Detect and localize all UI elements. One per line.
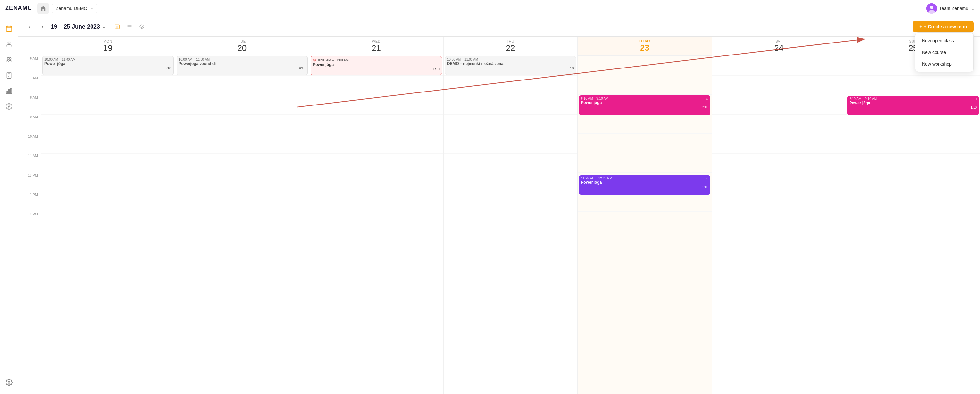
day-header-saturday: SAT 24 <box>712 37 846 56</box>
slot[interactable] <box>175 192 309 212</box>
slot[interactable] <box>712 56 846 76</box>
day-header-today: TODAY 23 <box>578 37 712 56</box>
slot[interactable] <box>712 212 846 231</box>
slot[interactable] <box>444 212 578 231</box>
day-monday: MON 19 10:00 AM – 11:00 AM Power jóga <box>41 37 175 394</box>
slot[interactable] <box>578 134 712 153</box>
calendar-header: ‹ › 19 – 25 June 2023 ⌄ <box>18 17 980 37</box>
slot[interactable] <box>41 134 175 154</box>
sidebar-item-chart[interactable] <box>3 84 16 97</box>
slot[interactable] <box>578 153 712 173</box>
svg-point-7 <box>8 42 10 44</box>
slot[interactable] <box>444 173 578 192</box>
slot[interactable] <box>846 76 980 95</box>
slot[interactable] <box>846 212 980 231</box>
sidebar-item-calendar[interactable] <box>3 22 16 35</box>
day-saturday: SAT 24 <box>712 37 846 394</box>
slot[interactable]: 10:00 AM – 11:00 AM DEMO – nejmenší možn… <box>444 154 578 173</box>
slot[interactable] <box>41 114 175 134</box>
new-workshop-item[interactable]: New workshop <box>915 58 973 70</box>
slot[interactable] <box>175 212 309 231</box>
event-power-joga-sun-morning[interactable]: 8:10 AM – 9:10 AM □ Power jóga 1/10 <box>847 96 979 115</box>
slot[interactable] <box>175 114 309 134</box>
workspace-more[interactable]: ··· <box>89 6 93 11</box>
new-open-class-item[interactable]: New open class <box>915 35 973 46</box>
slot[interactable] <box>309 212 443 231</box>
slot[interactable]: 10:00 AM – 11:00 AM Powerjoga vpond eli … <box>175 154 309 173</box>
sidebar <box>0 17 18 394</box>
slot[interactable] <box>444 114 578 134</box>
navbar: ZENAMU Zenamu DEMO ··· Team Zenamu ⌄ <box>0 0 980 17</box>
slot[interactable] <box>444 192 578 212</box>
wednesday-slots: ⊗ 10:00 AM – 11:00 AM Power jóga 0/10 <box>309 56 443 231</box>
slot[interactable] <box>712 134 846 154</box>
svg-point-8 <box>7 58 9 60</box>
slot[interactable] <box>712 173 846 192</box>
sidebar-item-dollar[interactable] <box>3 100 16 113</box>
event-power-joga-today-noon[interactable]: 11:25 AM – 12:25 PM □ Power jóga 1/10 <box>579 175 710 195</box>
slot[interactable] <box>41 212 175 231</box>
slot[interactable] <box>41 76 175 95</box>
slot[interactable]: ⊗ 10:00 AM – 11:00 AM Power jóga 0/10 <box>309 154 443 173</box>
workspace-selector[interactable]: Zenamu DEMO ··· <box>52 3 97 13</box>
slot[interactable] <box>309 192 443 212</box>
slot[interactable] <box>712 114 846 134</box>
slot[interactable] <box>712 95 846 114</box>
slot[interactable] <box>175 76 309 95</box>
event-demo-thu[interactable]: 10:00 AM – 11:00 AM DEMO – nejmenší možn… <box>445 56 576 75</box>
sidebar-item-person[interactable] <box>3 38 16 51</box>
slot[interactable] <box>578 192 712 211</box>
slot[interactable] <box>41 173 175 192</box>
user-menu[interactable]: Team Zenamu ⌄ <box>926 3 975 14</box>
slot[interactable] <box>846 134 980 154</box>
slot[interactable] <box>41 192 175 212</box>
chevron-down-icon: ⌄ <box>971 6 975 11</box>
eye-view-button[interactable] <box>137 22 147 32</box>
slot[interactable] <box>578 75 712 95</box>
calendar-view-button[interactable] <box>112 22 122 32</box>
svg-point-18 <box>8 381 10 383</box>
slot[interactable] <box>309 95 443 114</box>
slot[interactable] <box>309 114 443 134</box>
slot[interactable] <box>846 173 980 192</box>
day-header-monday: MON 19 <box>41 37 175 56</box>
slot[interactable] <box>578 56 712 75</box>
today-slots: 8:10 AM – 9:10 AM □ Power jóga 2/10 11:2… <box>578 56 712 231</box>
slot[interactable] <box>578 114 712 134</box>
slot[interactable] <box>444 76 578 95</box>
event-powerjoga-tue[interactable]: 10:00 AM – 11:00 AM Powerjoga vpond eli … <box>177 56 308 75</box>
slot[interactable] <box>175 134 309 154</box>
new-course-item[interactable]: New course <box>915 46 973 58</box>
event-power-joga-mon[interactable]: 10:00 AM – 11:00 AM Power jóga 0/10 <box>42 56 173 75</box>
slot[interactable] <box>578 211 712 231</box>
prev-button[interactable]: ‹ <box>25 22 34 31</box>
sidebar-item-settings[interactable] <box>3 376 16 389</box>
slot[interactable] <box>444 134 578 154</box>
sidebar-item-clipboard[interactable] <box>3 69 16 82</box>
event-power-joga-wed[interactable]: ⊗ 10:00 AM – 11:00 AM Power jóga 0/10 <box>310 56 442 75</box>
slot[interactable] <box>712 76 846 95</box>
slot[interactable] <box>309 173 443 192</box>
slot[interactable] <box>444 95 578 114</box>
slot[interactable] <box>846 154 980 173</box>
slot[interactable]: 10:00 AM – 11:00 AM Power jóga 0/10 <box>41 154 175 173</box>
date-range-selector[interactable]: 19 – 25 June 2023 ⌄ <box>51 23 106 30</box>
slot[interactable] <box>846 192 980 212</box>
thursday-slots: Test workshopu 10:00 AM – 11:00 AM DEMO … <box>444 56 578 231</box>
slot[interactable] <box>41 95 175 114</box>
day-header-wednesday: WED 21 <box>309 37 443 56</box>
slot[interactable] <box>712 192 846 212</box>
event-power-joga-today-morning[interactable]: 8:10 AM – 9:10 AM □ Power jóga 2/10 <box>579 95 710 115</box>
next-button[interactable]: › <box>38 22 47 31</box>
slot[interactable] <box>846 114 980 134</box>
slot[interactable] <box>175 173 309 192</box>
home-button[interactable] <box>37 3 49 14</box>
slot[interactable] <box>309 134 443 154</box>
list-view-button[interactable] <box>125 22 134 32</box>
svg-point-1 <box>930 6 933 9</box>
slot[interactable] <box>309 76 443 95</box>
sidebar-item-people[interactable] <box>3 53 16 66</box>
slot[interactable] <box>175 95 309 114</box>
create-term-button[interactable]: + + Create a new term <box>913 21 974 32</box>
slot[interactable] <box>712 154 846 173</box>
